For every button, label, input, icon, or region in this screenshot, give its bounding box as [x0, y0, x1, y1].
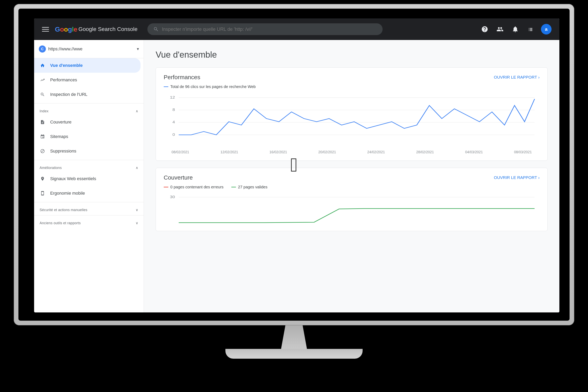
coverage-valid-text: 27 pages valides [238, 185, 267, 189]
speed-icon [40, 176, 46, 182]
search-console-label: Google Search Console [78, 26, 138, 32]
legend-line-errors [164, 187, 168, 188]
section-header-ameliorations: Améliorations ∧ [34, 162, 144, 172]
section-label-index: Index [40, 109, 48, 113]
sidebar: C https://www.//wwe ▾ Vue d'ensemble [34, 40, 144, 312]
sidebar-item-vue-densemble[interactable]: Vue d'ensemble [34, 58, 140, 73]
sidebar-item-label-url: Inspection de l'URL [50, 92, 88, 97]
app-ui: Google Google Search Console [34, 18, 560, 312]
section-label-anciens: Anciens outils et rapports [40, 221, 81, 225]
search-icon [153, 26, 159, 32]
divider-3 [34, 202, 144, 202]
divider-1 [34, 103, 144, 104]
sidebar-item-suppressions[interactable]: Suppressions [34, 144, 140, 158]
avatar[interactable]: a [541, 24, 552, 34]
home-icon [40, 62, 46, 68]
sidebar-item-label-ergonomie: Ergonomie mobile [50, 191, 85, 196]
block-icon [40, 148, 46, 154]
chevron-down-icon-anciens: ∨ [136, 221, 138, 225]
search-input[interactable] [162, 26, 377, 32]
section-header-index: Index ∧ [34, 105, 144, 115]
sidebar-item-sitemaps[interactable]: Sitemaps [34, 129, 140, 144]
sidebar-item-label-vue: Vue d'ensemble [50, 63, 83, 68]
performances-chart: 12 8 4 0 [164, 94, 540, 148]
chart-svg: 12 8 4 0 [164, 94, 540, 148]
section-label-ameliorations: Améliorations [40, 166, 62, 170]
search-small-icon [40, 92, 46, 98]
google-logo: Google [55, 26, 77, 33]
monitor-stand-base [226, 349, 362, 359]
x-label-3: 20/02/2021 [318, 150, 336, 154]
monitor-stand-neck [272, 325, 316, 349]
notifications-icon[interactable] [510, 24, 520, 34]
divider-4 [34, 215, 144, 216]
legend-line-blue [164, 86, 168, 87]
screen-content: Google Google Search Console [18, 8, 570, 321]
property-icon: C [39, 46, 46, 52]
legend-line-valid [231, 187, 236, 188]
x-label-1: 12/02/2021 [220, 150, 238, 154]
coverage-errors-text: 0 pages contenant des erreurs [170, 185, 224, 189]
users-icon[interactable] [495, 24, 505, 34]
performances-card: Performances OUVRIR LE RAPPORT › Total d… [156, 68, 548, 161]
header: Google Google Search Console [34, 18, 560, 40]
x-label-4: 24/02/2021 [367, 150, 385, 154]
help-icon[interactable] [480, 24, 490, 34]
apps-grid-icon[interactable] [526, 24, 536, 34]
page-title: Vue d'ensemble [156, 50, 548, 60]
file-icon [40, 119, 46, 125]
performances-card-header: Performances OUVRIR LE RAPPORT › [156, 68, 548, 84]
chevron-down-icon-securite: ∨ [136, 208, 138, 212]
hamburger-menu-icon[interactable] [42, 27, 49, 32]
svg-text:0: 0 [172, 132, 175, 136]
sidebar-item-signaux-web[interactable]: Signaux Web essentiels [34, 172, 140, 186]
section-header-securite[interactable]: Sécurité et actions manuelles ∨ [34, 204, 144, 214]
couverture-card-body: 0 pages contenant des erreurs 27 pages v… [156, 185, 548, 231]
coverage-errors-legend: 0 pages contenant des erreurs [164, 185, 224, 189]
svg-text:30: 30 [170, 195, 175, 199]
coverage-chart: 30 [164, 193, 540, 224]
couverture-card-header: Couverture OUVRIR LE RAPPORT › [156, 168, 548, 185]
header-actions: a [480, 24, 552, 34]
x-label-5: 28/02/2021 [416, 150, 434, 154]
svg-text:12: 12 [170, 95, 175, 99]
performances-legend-text: Total de 96 clics sur les pages de reche… [170, 84, 256, 89]
svg-text:8: 8 [172, 108, 175, 112]
couverture-card: Couverture OUVRIR LE RAPPORT › [156, 168, 548, 231]
divider-2 [34, 160, 144, 160]
performances-card-body: Total de 96 clics sur les pages de reche… [156, 84, 548, 160]
monitor-screen: Google Google Search Console [14, 4, 574, 325]
couverture-title: Couverture [164, 174, 193, 181]
sidebar-item-label-suppressions: Suppressions [50, 148, 76, 154]
svg-text:4: 4 [172, 120, 175, 124]
couverture-report-link[interactable]: OUVRIR LE RAPPORT › [494, 175, 540, 180]
chevron-up-icon-index[interactable]: ∧ [136, 109, 138, 113]
sidebar-item-label-sitemaps: Sitemaps [50, 134, 68, 139]
performances-legend: Total de 96 clics sur les pages de reche… [164, 84, 540, 89]
x-label-2: 16/02/2021 [269, 150, 287, 154]
sitemap-icon [40, 134, 46, 140]
x-label-6: 04/03/2021 [465, 150, 483, 154]
sidebar-item-performances[interactable]: Performances [34, 73, 140, 87]
chevron-up-icon-ameliorations[interactable]: ∧ [136, 166, 138, 170]
sidebar-item-couverture[interactable]: Couverture [34, 115, 140, 129]
performances-report-link[interactable]: OUVRIR LE RAPPORT › [494, 75, 540, 80]
section-header-anciens[interactable]: Anciens outils et rapports ∨ [34, 217, 144, 227]
sidebar-item-ergonomie-mobile[interactable]: Ergonomie mobile [34, 186, 140, 200]
sidebar-item-inspection-url[interactable]: Inspection de l'URL [34, 87, 140, 102]
section-label-securite: Sécurité et actions manuelles [40, 208, 88, 212]
phone-icon [40, 190, 46, 196]
chevron-down-icon: ▾ [137, 46, 139, 52]
content-area: Vue d'ensemble Performances OUVRIR LE RA… [144, 40, 560, 312]
property-selector[interactable]: C https://www.//wwe ▾ [34, 40, 144, 58]
coverage-legend: 0 pages contenant des erreurs 27 pages v… [164, 185, 540, 189]
sidebar-item-label-couverture: Couverture [50, 120, 72, 125]
logo-area: Google Google Search Console [55, 26, 138, 33]
sidebar-item-label-signaux: Signaux Web essentiels [50, 176, 96, 181]
x-label-7: 08/03/2021 [514, 150, 532, 154]
coverage-valid-legend: 27 pages valides [231, 185, 267, 189]
monitor-wrapper: Google Google Search Console [20, 4, 568, 388]
trending-up-icon [40, 77, 46, 83]
search-bar[interactable] [148, 23, 382, 35]
main-content: C https://www.//wwe ▾ Vue d'ensemble [34, 40, 560, 312]
